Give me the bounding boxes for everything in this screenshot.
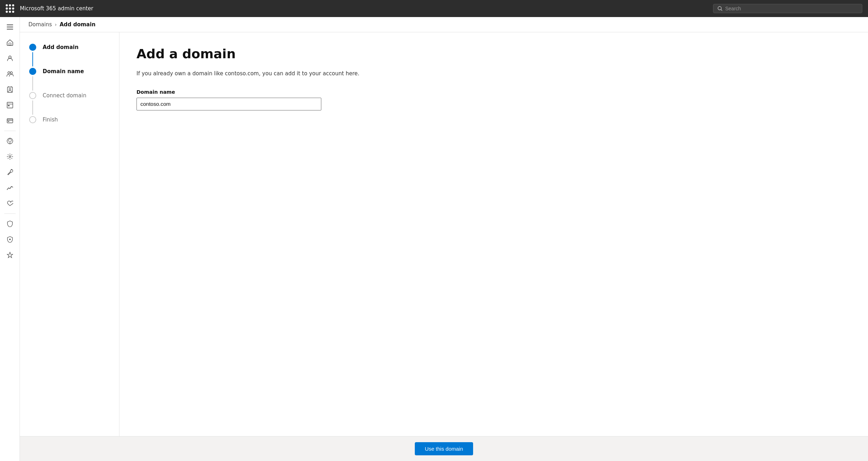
svg-rect-18	[8, 121, 9, 122]
page-body: Add domain Domain name	[20, 32, 868, 436]
sidebar-item-tools[interactable]	[3, 165, 17, 179]
step-indicator-col-4	[28, 116, 37, 123]
svg-rect-13	[7, 102, 13, 108]
svg-point-20	[10, 143, 10, 143]
svg-rect-4	[7, 29, 13, 29]
main-content: Domains › Add domain Add domain	[20, 17, 868, 461]
step-content-2: Domain name	[43, 68, 84, 75]
svg-rect-2	[7, 25, 13, 25]
step-circle-connect-domain	[29, 92, 36, 99]
wizard-description: If you already own a domain like contoso…	[136, 70, 851, 78]
sidebar-item-home[interactable]	[3, 36, 17, 50]
step-circle-domain-name	[29, 68, 36, 75]
svg-rect-3	[7, 27, 13, 27]
sidebar	[0, 17, 20, 461]
svg-point-10	[9, 88, 11, 90]
step-indicator-col-2	[28, 68, 37, 92]
breadcrumb-parent[interactable]: Domains	[28, 21, 52, 28]
sidebar-item-settings[interactable]	[3, 150, 17, 164]
svg-rect-15	[8, 105, 10, 106]
use-this-domain-button[interactable]: Use this domain	[415, 442, 473, 455]
page-title: Add a domain	[136, 47, 851, 61]
domain-name-input[interactable]	[136, 98, 321, 110]
svg-point-8	[10, 72, 12, 74]
step-indicator-col-3	[28, 92, 37, 116]
breadcrumb: Domains › Add domain	[20, 17, 868, 32]
app-title: Microsoft 365 admin center	[20, 5, 707, 12]
sidebar-item-creditcard[interactable]	[3, 114, 17, 128]
sidebar-item-star[interactable]	[3, 248, 17, 262]
svg-point-22	[9, 239, 11, 240]
wizard-sidebar: Add domain Domain name	[20, 32, 119, 436]
sidebar-item-reports[interactable]	[3, 181, 17, 195]
sidebar-item-menu[interactable]	[3, 20, 17, 34]
app-launcher-icon[interactable]	[6, 4, 14, 13]
svg-rect-5	[9, 43, 11, 45]
svg-point-7	[8, 72, 10, 74]
wizard-main-content: Add a domain If you already own a domain…	[119, 32, 868, 436]
search-bar[interactable]	[713, 4, 862, 13]
sidebar-item-health[interactable]	[3, 196, 17, 211]
app-layout: Domains › Add domain Add domain	[0, 17, 868, 461]
svg-rect-16	[7, 119, 13, 123]
wizard-step-connect-domain: Connect domain	[28, 92, 111, 116]
sidebar-item-users[interactable]	[3, 51, 17, 65]
search-input[interactable]	[725, 6, 858, 11]
sidebar-item-support[interactable]	[3, 134, 17, 148]
svg-point-21	[9, 156, 11, 158]
step-label-connect-domain: Connect domain	[43, 92, 86, 99]
wizard-step-add-domain: Add domain	[28, 44, 111, 68]
step-circle-add-domain	[29, 44, 36, 51]
svg-line-1	[721, 10, 722, 11]
sidebar-item-billing[interactable]	[3, 98, 17, 112]
sidebar-item-shield1[interactable]	[3, 217, 17, 231]
step-label-domain-name: Domain name	[43, 68, 84, 75]
step-indicator-col-1	[28, 44, 37, 68]
step-line-3	[32, 101, 33, 115]
step-content-3: Connect domain	[43, 92, 86, 99]
search-icon	[718, 6, 722, 11]
step-content-4: Finish	[43, 116, 58, 123]
wizard-step-finish: Finish	[28, 116, 111, 123]
wizard-step-domain-name: Domain name	[28, 68, 111, 92]
sidebar-divider	[4, 131, 16, 131]
sidebar-item-groups[interactable]	[3, 67, 17, 81]
sidebar-divider-2	[4, 213, 16, 214]
wizard-steps: Add domain Domain name	[28, 44, 111, 123]
domain-name-label: Domain name	[136, 89, 851, 95]
action-bar: Use this domain	[20, 436, 868, 461]
step-line-2	[32, 76, 33, 91]
step-label-finish: Finish	[43, 116, 58, 123]
sidebar-item-contacts[interactable]	[3, 82, 17, 97]
topbar: Microsoft 365 admin center	[0, 0, 868, 17]
step-content-1: Add domain	[43, 44, 79, 50]
breadcrumb-current: Add domain	[60, 21, 96, 28]
step-label-add-domain: Add domain	[43, 44, 79, 50]
step-line-1	[32, 52, 33, 66]
sidebar-item-shield2[interactable]	[3, 232, 17, 246]
breadcrumb-chevron: ›	[55, 22, 57, 27]
step-circle-finish	[29, 116, 36, 123]
